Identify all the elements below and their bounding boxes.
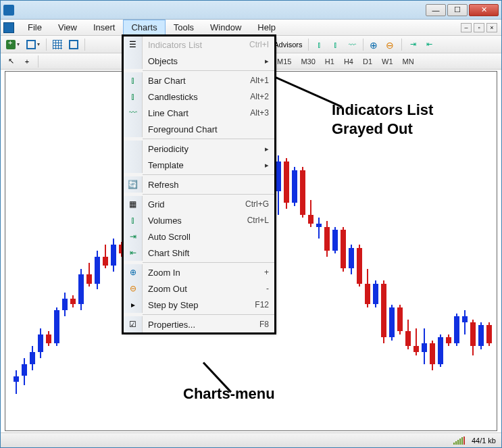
crosshair-icon: +: [25, 57, 29, 66]
menu-item-label: Refresh: [148, 180, 269, 190]
menu-item-indicators-list: ☰Indicators ListCtrl+I: [124, 36, 274, 53]
cursor-button[interactable]: ↖: [3, 55, 18, 68]
separator: [401, 39, 402, 51]
candlestick-icon: ⫿: [124, 89, 143, 105]
menu-item-line-chart[interactable]: 〰Line ChartAlt+3: [124, 105, 274, 121]
menu-item-candlesticks[interactable]: ⫿CandlesticksAlt+2: [124, 89, 274, 105]
grid-icon: [53, 40, 62, 49]
menu-item-zoom-out[interactable]: ⊖Zoom Out-: [124, 280, 274, 297]
separator: [84, 39, 85, 51]
menu-item-refresh[interactable]: 🔄Refresh: [124, 176, 274, 193]
menu-item-template[interactable]: Template: [124, 157, 274, 173]
menu-item-label: Grid: [148, 199, 245, 209]
status-traffic: 44/1 kb: [472, 437, 496, 445]
line-chart-icon: 〰: [349, 41, 356, 49]
menu-item-label: Step by Step: [148, 300, 255, 310]
blank-icon: [124, 121, 143, 137]
menu-item-label: Volumes: [148, 216, 247, 226]
menu-separator: [143, 139, 274, 139]
timeframe-w1[interactable]: W1: [378, 55, 397, 68]
menu-charts[interactable]: Charts: [123, 20, 165, 35]
zoom-in-button[interactable]: [367, 38, 382, 51]
chartshift-icon: ⇤: [426, 40, 432, 49]
zoom-out-icon: [386, 40, 395, 49]
separator: [38, 55, 39, 68]
mdi-restore-button[interactable]: ▫: [474, 23, 484, 32]
step-icon: ▸: [124, 297, 143, 313]
menu-item-objects[interactable]: Objects: [124, 53, 274, 69]
menu-window[interactable]: Window: [202, 20, 249, 35]
grid-icon: ▦: [124, 196, 143, 212]
candlestick-button[interactable]: ⫿: [328, 38, 343, 51]
line-chart-icon: 〰: [124, 105, 143, 121]
menu-item-label: Objects: [148, 56, 261, 66]
menu-tools[interactable]: Tools: [166, 20, 202, 35]
statusbar: 44/1 kb: [1, 432, 501, 447]
menu-item-shortcut: Ctrl+G: [245, 199, 269, 209]
menu-separator: [143, 262, 274, 263]
candlestick-icon: ⫿: [334, 41, 338, 49]
menu-item-label: Template: [148, 160, 261, 170]
close-button[interactable]: ✕: [469, 4, 499, 16]
zoom-in-icon: ⊕: [124, 264, 143, 280]
menubar-app-icon: [3, 22, 14, 33]
maximize-button[interactable]: ☐: [447, 4, 468, 16]
menu-item-foreground-chart[interactable]: Foreground Chart: [124, 121, 274, 137]
timeframe-mn[interactable]: MN: [399, 55, 418, 68]
menu-item-volumes[interactable]: ⫿VolumesCtrl+L: [124, 212, 274, 228]
menu-item-label: Indicators List: [148, 40, 249, 50]
menu-item-chart-shift[interactable]: ⇤Chart Shift: [124, 245, 274, 261]
new-chart-button[interactable]: [3, 38, 22, 51]
timeframe-m30[interactable]: M30: [297, 55, 319, 68]
separator: [308, 39, 309, 51]
chartshift-icon: ⇤: [124, 245, 143, 261]
menu-item-zoom-in[interactable]: ⊕Zoom In+: [124, 264, 274, 280]
menu-help[interactable]: Help: [249, 20, 284, 35]
blank-icon: [124, 141, 143, 157]
zoom-in-icon: [370, 40, 379, 49]
autoscroll-icon: ⇥: [410, 40, 416, 49]
menu-item-label: Candlesticks: [148, 92, 250, 102]
profiles-button[interactable]: [24, 38, 43, 51]
zoom-out-button[interactable]: [383, 38, 398, 51]
mdi-minimize-button[interactable]: –: [461, 23, 472, 32]
menu-item-grid[interactable]: ▦GridCtrl+G: [124, 196, 274, 212]
line-chart-button[interactable]: 〰: [345, 38, 359, 51]
menu-item-step-by-step[interactable]: ▸Step by StepF12: [124, 297, 274, 313]
menu-item-shortcut: Alt+3: [250, 108, 269, 118]
properties-icon: ☑: [124, 316, 143, 332]
menu-item-label: Zoom Out: [148, 284, 266, 294]
annotation-indicators-grayed: Indicators List Grayed Out: [332, 101, 433, 138]
menu-item-shortcut: Ctrl+L: [247, 216, 269, 225]
market-watch-button[interactable]: [50, 38, 65, 51]
data-window-button[interactable]: [66, 38, 81, 51]
menu-item-label: Chart Shift: [148, 248, 269, 258]
menu-item-bar-chart[interactable]: ⫿Bar ChartAlt+1: [124, 72, 274, 89]
charts-dropdown-menu: ☰Indicators ListCtrl+IObjects⫿Bar ChartA…: [123, 36, 275, 333]
menu-file[interactable]: File: [20, 20, 50, 35]
menu-item-auto-scroll[interactable]: ⇥Auto Scroll: [124, 228, 274, 245]
chartshift-button[interactable]: ⇤: [422, 38, 436, 51]
menu-item-shortcut: Ctrl+I: [249, 40, 269, 49]
cursor-icon: ↖: [8, 57, 14, 66]
blank-icon: [124, 157, 143, 173]
menu-item-properties[interactable]: ☑Properties...F8: [124, 316, 274, 332]
timeframe-d1[interactable]: D1: [359, 55, 376, 68]
menu-item-periodicity[interactable]: Periodicity: [124, 141, 274, 157]
mdi-close-button[interactable]: ×: [486, 23, 497, 32]
autoscroll-button[interactable]: ⇥: [405, 38, 420, 51]
bar-chart-icon: ⫿: [318, 41, 322, 49]
timeframe-h4[interactable]: H4: [340, 55, 357, 68]
minimize-button[interactable]: —: [426, 4, 446, 16]
timeframe-m15[interactable]: M15: [273, 55, 295, 68]
menu-insert[interactable]: Insert: [85, 20, 124, 35]
menu-separator: [143, 314, 274, 315]
crosshair-button[interactable]: +: [20, 55, 34, 68]
menu-item-label: Periodicity: [148, 144, 261, 154]
menu-item-shortcut: F12: [255, 300, 269, 309]
bar-chart-button[interactable]: ⫿: [312, 38, 327, 51]
menu-view[interactable]: View: [50, 20, 85, 35]
timeframe-h1[interactable]: H1: [321, 55, 338, 68]
menu-item-label: Zoom In: [148, 268, 264, 278]
menu-separator: [143, 194, 274, 195]
